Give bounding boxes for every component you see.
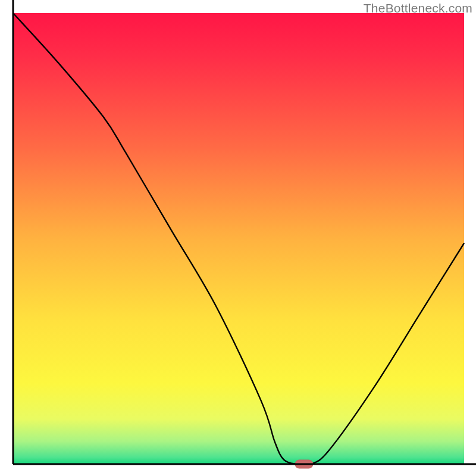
chart-svg <box>0 0 476 476</box>
plot-area <box>13 13 464 468</box>
bottleneck-chart: TheBottleneck.com <box>0 0 476 476</box>
gradient-rect <box>13 13 464 464</box>
watermark-text: TheBottleneck.com <box>364 1 472 15</box>
